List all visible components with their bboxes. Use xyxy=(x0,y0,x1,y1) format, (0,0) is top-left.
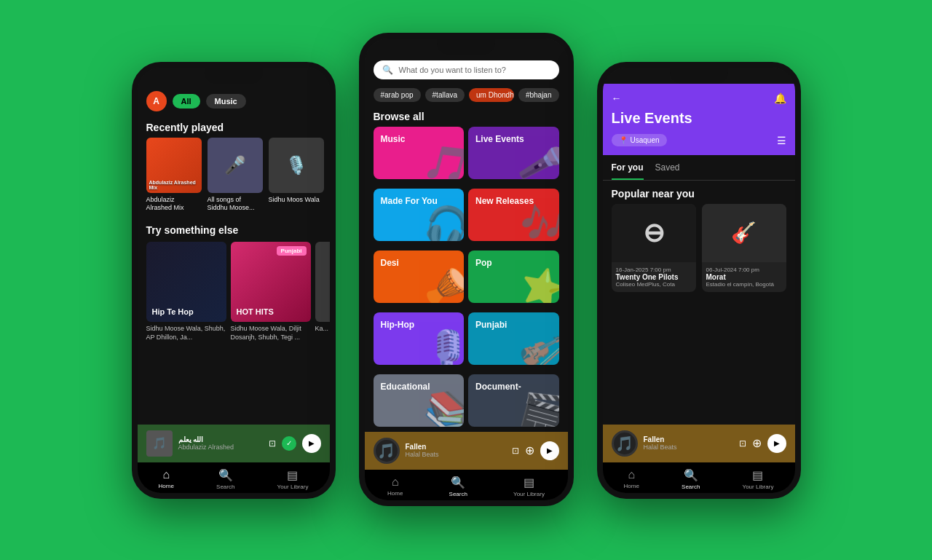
search-icon: 🔍 xyxy=(382,65,393,75)
filter-all-button[interactable]: All xyxy=(173,94,200,109)
browse-card-live-events[interactable]: Live Events 🎤 xyxy=(468,127,559,179)
search-bar[interactable]: 🔍 What do you want to listen to? xyxy=(374,60,559,79)
hashtag-chip[interactable]: #bhajan xyxy=(518,88,559,102)
browse-title: Browse all xyxy=(365,105,568,127)
event-date: 16-Jan-2025 7:00 pm xyxy=(616,267,692,273)
check-icon[interactable]: ✓ xyxy=(282,436,296,451)
browse-card-educational[interactable]: Educational 📚 xyxy=(374,374,465,427)
rp-label-1: Abdulaziz Alrashed Mix xyxy=(146,196,202,213)
event-info: 16-Jan-2025 7:00 pm Twenty One Pilots Co… xyxy=(612,262,696,292)
phone-2-screen: 🔍 What do you want to listen to? #arab p… xyxy=(365,39,568,500)
browse-card-label: Educational xyxy=(381,382,430,392)
list-item[interactable]: 🎵 Ka... xyxy=(315,242,330,342)
list-item[interactable]: Abdulaziz Alrashed Mix Abdulaziz Alrashe… xyxy=(146,138,202,213)
home-icon: ⌂ xyxy=(392,476,399,489)
event-date: 06-Jul-2024 7:00 pm xyxy=(706,267,782,273)
browse-card-music[interactable]: Music 🎵 xyxy=(374,127,465,179)
now-playing-artist: Halal Beats xyxy=(644,443,733,451)
browse-card-documentary[interactable]: Document- 🎬 xyxy=(468,374,559,427)
browse-card-hip-hop[interactable]: Hip-Hop 🎙️ xyxy=(374,312,465,365)
browse-card-deco: 🎬 xyxy=(515,384,558,426)
cast-icon[interactable]: ⊡ xyxy=(269,438,276,449)
play-button[interactable]: ▶ xyxy=(767,434,786,453)
browse-card-deco: 🎵 xyxy=(420,137,464,178)
list-item[interactable]: 🎤 All songs of Siddhu Moose... xyxy=(208,138,263,213)
nav-library-label: Your Library xyxy=(277,484,309,490)
phone-1-screen: A All Music Recently played Abdulaziz Al… xyxy=(138,68,330,493)
nav-search-label: Search xyxy=(682,484,700,490)
search-icon: 🔍 xyxy=(451,476,465,489)
event-venue: Coliseo MedPlus, Cota xyxy=(616,281,692,288)
hashtag-row: #arab pop #tallava um Dhondhe Mujhe Gopa… xyxy=(365,85,568,105)
browse-card-label: Pop xyxy=(475,258,492,268)
cast-icon[interactable]: ⊡ xyxy=(739,438,746,449)
browse-card-label: Document- xyxy=(475,382,521,392)
recently-played-title: Recently played xyxy=(138,116,330,138)
rp-overlay-1: Abdulaziz Alrashed Mix xyxy=(149,180,199,190)
hashtag-chip[interactable]: um Dhondhe Mujhe Gopa xyxy=(469,88,514,102)
nav-search-label: Search xyxy=(216,484,234,490)
try-label-2: Sidhu Moose Wala, Diljit Dosanjh, Shubh,… xyxy=(231,325,311,342)
library-icon: ▤ xyxy=(287,468,298,482)
back-button[interactable]: ← xyxy=(612,92,622,104)
location-chip[interactable]: 📍 Usaquen xyxy=(612,134,667,146)
rp-thumb-3: 🎙️ xyxy=(269,138,324,193)
tab-saved[interactable]: Saved xyxy=(655,162,680,180)
play-button[interactable]: ▶ xyxy=(302,434,321,453)
now-playing-title: Fallen xyxy=(644,435,733,443)
list-item[interactable]: Hip Te Hop Sidhu Moose Wala, Shubh, AP D… xyxy=(146,242,226,342)
now-playing-controls: ⊡ ⊕ ▶ xyxy=(512,441,559,460)
browse-card-desi[interactable]: Desi 🪘 xyxy=(374,251,465,303)
event-card[interactable]: 🎸 06-Jul-2024 7:00 pm Morat Estadio el c… xyxy=(702,204,786,292)
nav-library[interactable]: ▤ Your Library xyxy=(513,476,545,497)
hashtag-chip[interactable]: #arab pop xyxy=(374,88,421,102)
browse-card-punjabi[interactable]: Punjabi 🎻 xyxy=(468,312,559,365)
event-card[interactable]: ⊖ 16-Jan-2025 7:00 pm Twenty One Pilots … xyxy=(612,204,696,292)
phone-2: 🔍 What do you want to listen to? #arab p… xyxy=(359,33,574,506)
try-thumb-3: 🎵 xyxy=(315,242,330,322)
nav-library[interactable]: ▤ Your Library xyxy=(743,468,774,490)
notification-icon[interactable]: 🔔 xyxy=(774,92,786,104)
browse-card-pop[interactable]: Pop ⭐ xyxy=(468,251,559,303)
now-playing-artist: Abdulaziz Alrashed xyxy=(178,443,263,451)
browse-card-deco: 🪘 xyxy=(420,261,464,302)
hashtag-chip[interactable]: #tallava xyxy=(425,88,465,102)
event-venue: Estadio el campín, Bogotá xyxy=(706,281,782,288)
nav-search[interactable]: 🔍 Search xyxy=(682,468,700,490)
now-playing-title: Fallen xyxy=(406,443,506,451)
nav-search[interactable]: 🔍 Search xyxy=(216,468,234,490)
phone-1-header: A All Music xyxy=(138,84,330,116)
nav-home[interactable]: ⌂ Home xyxy=(624,468,639,490)
nav-library[interactable]: ▤ Your Library xyxy=(277,468,309,490)
nav-home[interactable]: ⌂ Home xyxy=(387,476,403,497)
now-playing-thumb: 🎵 xyxy=(374,438,400,464)
cast-icon[interactable]: ⊡ xyxy=(512,446,519,456)
event-name: Twenty One Pilots xyxy=(616,273,692,281)
location-icon: 📍 xyxy=(619,136,628,144)
events-grid: ⊖ 16-Jan-2025 7:00 pm Twenty One Pilots … xyxy=(603,204,795,292)
nav-search[interactable]: 🔍 Search xyxy=(449,476,467,497)
list-item[interactable]: 🎙️ Sidhu Moos Wala xyxy=(269,138,324,213)
add-icon[interactable]: ⊕ xyxy=(752,436,762,450)
browse-card-label: Punjabi xyxy=(475,320,507,330)
browse-card-deco: 🎻 xyxy=(515,323,558,364)
tab-for-you[interactable]: For you xyxy=(612,162,644,180)
live-events-header: ← 🔔 Live Events 📍 Usaquen ☰ xyxy=(603,84,795,155)
add-icon[interactable]: ⊕ xyxy=(525,443,534,457)
browse-card-deco: 🎙️ xyxy=(420,323,464,364)
filter-music-button[interactable]: Music xyxy=(206,94,246,109)
phone-1: A All Music Recently played Abdulaziz Al… xyxy=(132,62,336,499)
list-item[interactable]: Punjabi HOT HITS Sidhu Moose Wala, Dilji… xyxy=(231,242,311,342)
filter-icon[interactable]: ☰ xyxy=(777,135,786,146)
browse-grid: Music 🎵 Live Events 🎤 Made For You 🎧 New… xyxy=(365,127,568,432)
browse-card-made-for-you[interactable]: Made For You 🎧 xyxy=(374,189,465,241)
nav-home[interactable]: ⌂ Home xyxy=(159,468,174,490)
avatar[interactable]: A xyxy=(146,91,167,111)
now-playing-info: الله يعلم Abdulaziz Alrashed xyxy=(178,435,263,451)
rp-thumb-2: 🎤 xyxy=(208,138,263,193)
browse-card-new-releases[interactable]: New Releases 🎶 xyxy=(468,189,559,241)
play-button[interactable]: ▶ xyxy=(540,441,559,460)
now-playing-controls: ⊡ ⊕ ▶ xyxy=(739,434,786,453)
nav-search-label: Search xyxy=(449,491,467,497)
try-items-list: Hip Te Hop Sidhu Moose Wala, Shubh, AP D… xyxy=(138,242,330,342)
